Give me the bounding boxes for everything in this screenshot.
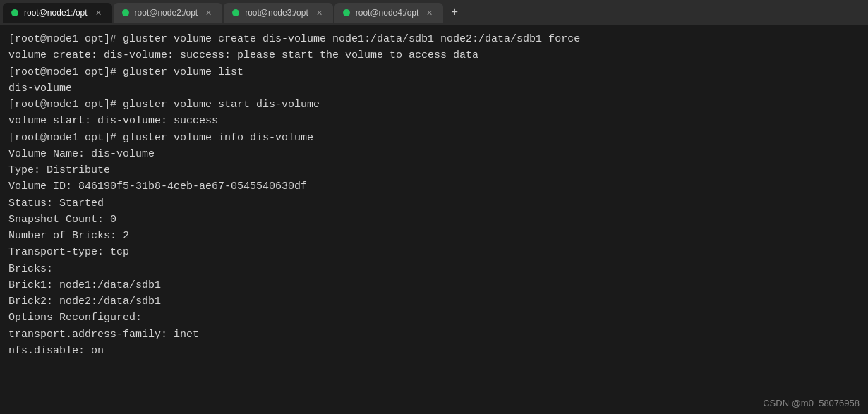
terminal-line: nfs.disable: on [8,343,860,359]
tab-label-1: root@node1:/opt [24,8,88,18]
terminal-line: Transport-type: tcp [8,244,860,260]
tab-node3[interactable]: root@node3:/opt ✕ [224,3,333,23]
terminal-line: Status: Started [8,195,860,212]
terminal-line: Bricks: [8,261,860,277]
terminal-line: Options Reconfigured: [8,310,860,326]
terminal-line: Brick2: node2:/data/sdb1 [8,293,860,310]
terminal-line: Number of Bricks: 2 [8,228,860,244]
terminal-line: Snapshot Count: 0 [8,212,860,228]
terminal-line: volume create: dis-volume: success: plea… [8,47,860,63]
tab-close-2[interactable]: ✕ [203,8,214,18]
tab-label-3: root@node3:/opt [245,8,308,18]
terminal-line: Brick1: node1:/data/sdb1 [8,277,860,293]
tab-node2[interactable]: root@node2:/opt ✕ [114,3,223,23]
terminal-line: [root@node1 opt]# gluster volume create … [8,31,860,47]
tab-label-2: root@node2:/opt [135,8,198,18]
tab-label-4: root@node4:/opt [356,8,419,18]
tab-dot-1 [11,9,18,16]
tab-bar: root@node1:/opt ✕ root@node2:/opt ✕ root… [0,0,868,25]
watermark: CSDN @m0_58076958 [763,398,860,408]
new-tab-button[interactable]: + [445,3,464,23]
tab-dot-4 [343,9,350,16]
tab-close-1[interactable]: ✕ [93,8,104,18]
tab-node4[interactable]: root@node4:/opt ✕ [334,3,444,23]
tab-close-4[interactable]: ✕ [424,8,435,18]
tab-dot-3 [232,9,239,16]
terminal-line: transport.address-family: inet [8,327,860,343]
terminal: [root@node1 opt]# gluster volume create … [0,25,868,414]
tab-node1[interactable]: root@node1:/opt ✕ [3,3,112,23]
terminal-line: [root@node1 opt]# gluster volume start d… [8,97,860,113]
terminal-line: [root@node1 opt]# gluster volume info di… [8,130,860,146]
tab-close-3[interactable]: ✕ [314,8,325,18]
terminal-line: Type: Distribute [8,162,860,178]
terminal-line: volume start: dis-volume: success [8,113,860,129]
terminal-line: Volume Name: dis-volume [8,146,860,162]
terminal-line: dis-volume [8,80,860,97]
tab-dot-2 [122,9,129,16]
terminal-line: Volume ID: 846190f5-31b8-4ceb-ae67-05455… [8,178,860,195]
terminal-line: [root@node1 opt]# gluster volume list [8,64,860,80]
